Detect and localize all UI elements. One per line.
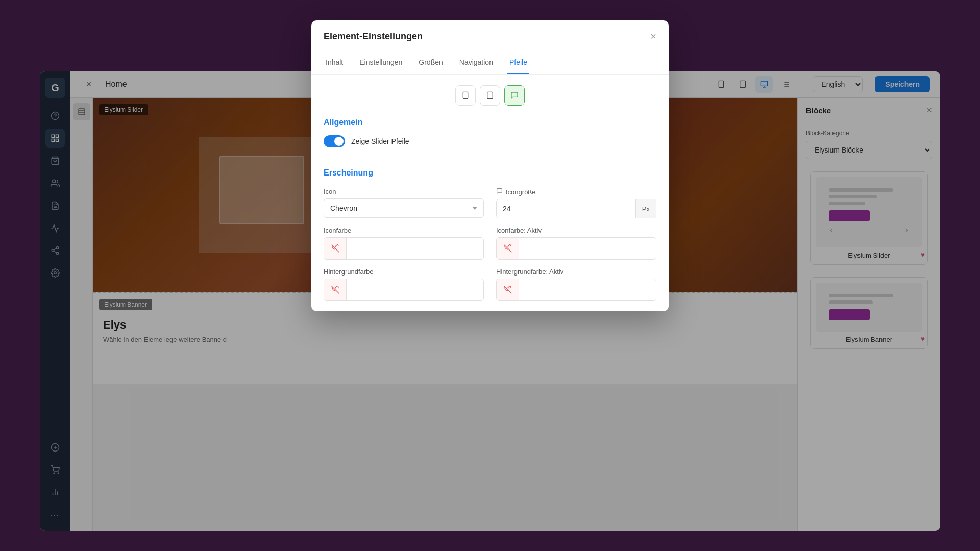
tab-pfeile[interactable]: Pfeile [507, 51, 529, 74]
modal-body: Allgemein Zeige Slider Pfeile Erscheinun… [311, 75, 669, 311]
tab-inhalt[interactable]: Inhalt [324, 51, 345, 74]
modal-device-mobile-btn[interactable] [455, 85, 476, 106]
section-divider [324, 158, 656, 158]
modal-device-tablet-btn[interactable] [480, 85, 500, 106]
iconfarbe-swatch[interactable] [324, 238, 347, 259]
modal-title: Element-Einstellungen [324, 31, 423, 42]
hintergrundfarbe-swatch[interactable] [324, 279, 347, 300]
svg-rect-40 [463, 92, 468, 98]
hintergrundfarbe-aktiv-input[interactable] [519, 279, 656, 300]
icon-field: Icon Chevron Arrow [324, 188, 484, 218]
hintergrundfarbe-aktiv-swatch[interactable] [497, 279, 519, 300]
modal-header: Element-Einstellungen × [311, 20, 669, 51]
icongroesse-field: Icongröße Px [496, 188, 656, 218]
hintergrundfarbe-aktiv-field: Hintergrundfarbe: Aktiv [496, 268, 656, 301]
modal-close-button[interactable]: × [650, 31, 656, 42]
icon-select[interactable]: Chevron Arrow [324, 198, 484, 218]
icongroesse-input-group: Px [496, 199, 656, 218]
toggle-row: Zeige Slider Pfeile [324, 135, 656, 147]
iconfarbe-field: Iconfarbe [324, 227, 484, 260]
icon-label: Icon [324, 188, 484, 195]
tab-navigation[interactable]: Navigation [457, 51, 495, 74]
icongroesse-device-icon [496, 188, 503, 196]
modal-device-desktop-btn[interactable] [504, 85, 525, 106]
hintergrundfarbe-label: Hintergrundfarbe [324, 268, 484, 276]
iconfarbe-label: Iconfarbe [324, 227, 484, 234]
erscheinung-heading: Erscheinung [324, 168, 656, 178]
modal-device-tabs [324, 85, 656, 106]
hintergrundfarbe-aktiv-label: Hintergrundfarbe: Aktiv [496, 268, 656, 276]
modal-tabs: Inhalt Einstellungen Größen Navigation P… [311, 51, 669, 75]
allgemein-section: Allgemein Zeige Slider Pfeile [324, 118, 656, 147]
iconfarbe-aktiv-swatch[interactable] [497, 238, 519, 259]
svg-rect-42 [487, 92, 493, 98]
show-arrows-toggle[interactable] [324, 135, 345, 147]
hintergrundfarbe-field: Hintergrundfarbe [324, 268, 484, 301]
iconfarbe-aktiv-label: Iconfarbe: Aktiv [496, 227, 656, 234]
iconfarbe-input[interactable] [347, 238, 483, 259]
erscheinung-section: Erscheinung Icon Chevron Arrow [324, 168, 656, 301]
form-grid: Icon Chevron Arrow Icongr [324, 188, 656, 301]
icongroesse-input[interactable] [497, 199, 635, 218]
tab-einstellungen[interactable]: Einstellungen [357, 51, 404, 74]
hintergrundfarbe-aktiv-input-row [496, 279, 656, 301]
allgemein-heading: Allgemein [324, 118, 656, 127]
hintergrundfarbe-input[interactable] [347, 279, 483, 300]
iconfarbe-aktiv-field: Iconfarbe: Aktiv [496, 227, 656, 260]
iconfarbe-aktiv-input[interactable] [519, 238, 656, 259]
modal-dialog: Element-Einstellungen × Inhalt Einstellu… [311, 20, 669, 311]
iconfarbe-aktiv-input-row [496, 237, 656, 260]
icongroesse-suffix: Px [635, 199, 656, 218]
hintergrundfarbe-input-row [324, 279, 484, 301]
icongroesse-label: Icongröße [496, 188, 656, 196]
iconfarbe-input-row [324, 237, 484, 260]
tab-groessen[interactable]: Größen [416, 51, 445, 74]
toggle-label: Zeige Slider Pfeile [351, 137, 409, 145]
modal-overlay: Element-Einstellungen × Inhalt Einstellu… [0, 0, 980, 551]
